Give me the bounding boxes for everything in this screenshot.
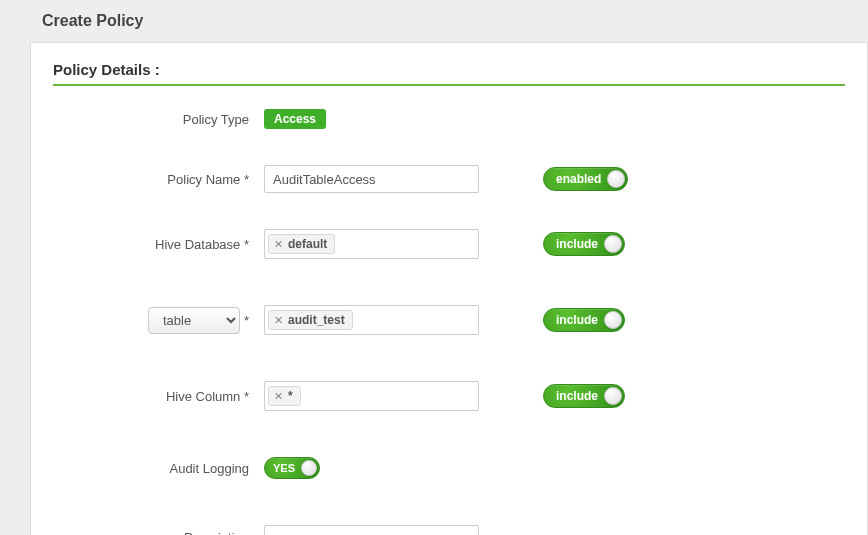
remove-tag-icon[interactable]: ✕ bbox=[274, 391, 283, 402]
hive-column-input[interactable]: ✕ * bbox=[264, 381, 479, 411]
label-policy-name: Policy Name * bbox=[53, 164, 263, 194]
policy-panel: Policy Details : Policy Type Access Poli… bbox=[30, 42, 868, 535]
toggle-knob bbox=[604, 387, 622, 405]
audit-logging-label: YES bbox=[273, 462, 295, 474]
resource-required-mark: * bbox=[244, 313, 249, 328]
include-column-toggle[interactable]: include bbox=[543, 384, 625, 408]
toggle-knob bbox=[607, 170, 625, 188]
remove-tag-icon[interactable]: ✕ bbox=[274, 315, 283, 326]
database-tag: ✕ default bbox=[268, 234, 335, 254]
include-database-label: include bbox=[556, 237, 598, 251]
include-table-label: include bbox=[556, 313, 598, 327]
database-tag-label: default bbox=[288, 237, 327, 251]
policy-type-badge: Access bbox=[264, 109, 326, 129]
table-tag-label: audit_test bbox=[288, 313, 345, 327]
policy-form: Policy Type Access Policy Name * enabled bbox=[53, 108, 629, 535]
column-tag: ✕ * bbox=[268, 386, 301, 406]
include-database-toggle[interactable]: include bbox=[543, 232, 625, 256]
section-title: Policy Details : bbox=[53, 61, 845, 86]
toggle-knob bbox=[301, 460, 317, 476]
audit-logging-toggle[interactable]: YES bbox=[264, 457, 320, 479]
include-table-toggle[interactable]: include bbox=[543, 308, 625, 332]
include-column-label: include bbox=[556, 389, 598, 403]
label-hive-database: Hive Database * bbox=[53, 228, 263, 260]
hive-database-input[interactable]: ✕ default bbox=[264, 229, 479, 259]
column-tag-label: * bbox=[288, 389, 293, 403]
table-tag: ✕ audit_test bbox=[268, 310, 353, 330]
toggle-knob bbox=[604, 311, 622, 329]
remove-tag-icon[interactable]: ✕ bbox=[274, 239, 283, 250]
label-hive-column: Hive Column * bbox=[53, 380, 263, 412]
policy-name-input[interactable] bbox=[264, 165, 479, 193]
page-title: Create Policy bbox=[0, 0, 868, 42]
toggle-knob bbox=[604, 235, 622, 253]
description-input[interactable] bbox=[264, 525, 479, 535]
label-audit-logging: Audit Logging bbox=[53, 456, 263, 480]
label-description: Description bbox=[53, 524, 263, 535]
enabled-toggle-label: enabled bbox=[556, 172, 601, 186]
resource-level-select[interactable]: table udf bbox=[148, 307, 240, 334]
label-policy-type: Policy Type bbox=[53, 108, 263, 130]
enabled-toggle[interactable]: enabled bbox=[543, 167, 628, 191]
hive-table-input[interactable]: ✕ audit_test bbox=[264, 305, 479, 335]
